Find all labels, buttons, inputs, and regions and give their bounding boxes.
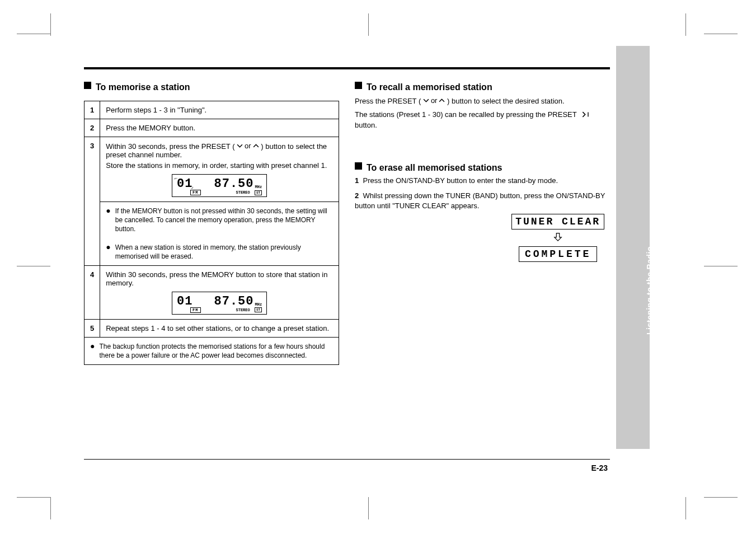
right-column: To recall a memorised station Press the … [355,82,610,365]
page-number: E-23 [591,463,608,472]
crop-mark [685,497,686,519]
lcd-display-small: COMPLETE [519,246,597,262]
preset-seek-icon [579,109,589,120]
section-heading-recall: To recall a memorised station [355,82,610,93]
lcd-sequence: TUNER CLEAR COMPLETE [511,214,604,262]
table-row: 1 Perform steps 1 - 3 in "Tuning". [84,101,339,119]
note-cell: ●The backup function protects the memori… [84,337,339,364]
table-row: ●When a new station is stored in memory,… [84,238,339,266]
chevron-up-icon [253,143,259,149]
lcd-unit: MHz [255,302,262,307]
step-number: 4 [84,265,100,319]
table-row: ●The backup function protects the memori… [84,337,339,364]
lcd-stereo-indicator: STEREO ST [236,190,262,195]
lcd-display: ⌐ 01 ⌏ 87.50MHz [172,174,267,197]
lcd-unit: MHz [255,185,262,189]
square-bullet-icon [84,82,91,89]
lcd-display-small: TUNER CLEAR [511,214,604,229]
text-fragment: Whilst pressing down the TUNER (BAND) bu… [355,191,605,210]
text-fragment: or [431,95,438,106]
crop-mark [17,497,50,498]
text-fragment: Within 30 seconds, press the PRESET ( [106,142,234,151]
bar-icon [587,111,589,118]
text-fragment: The stations (Preset 1 - 30) can be reca… [355,110,576,119]
table-row: ●If the MEMORY button is not pressed wit… [84,202,339,238]
step-number: 1 [84,101,100,119]
lcd-display: 01 87.50MHz FM STEREO ST [172,292,267,315]
table-row: 2 Press the MEMORY button. [84,119,339,137]
step-line: 1 Press the ON/STAND-BY button to enter … [355,176,610,186]
lcd-preset-number: ⌐ 01 ⌏ [177,177,192,191]
note-cell: ●When a new station is stored in memory,… [100,238,339,266]
steps-table: 1 Perform steps 1 - 3 in "Tuning". 2 Pre… [84,101,339,365]
step-text: Perform steps 1 - 3 in "Tuning". [100,101,339,119]
crop-mark [50,497,51,519]
page-content: To memorise a station 1 Perform steps 1 … [84,67,610,365]
bullet-dot-icon: ● [106,207,110,234]
crop-mark [704,34,738,34]
step-text: Within 30 seconds, press the MEMORY butt… [100,265,339,319]
arrow-down-icon [511,232,604,244]
lcd-preset-number: 01 [177,294,192,308]
crop-mark [17,266,50,266]
heading-text: To memorise a station [96,82,190,93]
text-fragment: Store the stations in memory, in order, … [106,161,333,170]
step-line: 2 Whilst pressing down the TUNER (BAND) … [355,191,610,210]
chevron-down-icon [423,97,429,104]
note-text: If the MEMORY button is not pressed with… [115,207,333,234]
step-number-inline: 1 [355,176,359,185]
preset-chevrons: or [423,95,445,106]
crop-mark [368,497,369,519]
section-heading-memorise: To memorise a station [84,82,339,93]
lcd-frequency: 87.50 [214,177,253,191]
crop-mark [368,13,369,36]
top-rule [84,67,610,69]
step-text: Within 30 seconds, press the PRESET ( or… [100,137,339,202]
paragraph: The stations (Preset 1 - 30) can be reca… [355,109,610,131]
lcd-band-badge: FM [190,307,200,313]
side-tab-background [616,46,650,449]
bottom-rule [84,459,610,460]
table-row: 5 Repeat steps 1 - 4 to set other statio… [84,319,339,337]
crop-mark [704,497,738,498]
paragraph: Press the PRESET ( or ) button to select… [355,95,610,107]
note-text: The backup function protects the memoris… [99,342,333,360]
section-heading-erase: To erase all memorised stations [355,162,610,174]
text-fragment: Press the PRESET ( [355,97,421,105]
crop-mark [685,13,686,36]
left-column: To memorise a station 1 Perform steps 1 … [84,82,339,365]
chevron-up-icon [439,97,445,104]
table-row: 3 Within 30 seconds, press the PRESET ( … [84,137,339,202]
crop-mark [50,13,51,36]
lcd-stereo-indicator: STEREO ST [236,307,262,312]
square-bullet-icon [355,162,362,170]
step-number: 5 [84,319,100,337]
chevron-down-icon [237,143,243,149]
step-text: Repeat steps 1 - 4 to set other stations… [100,319,339,337]
chevron-right-icon [581,111,587,118]
square-bullet-icon [355,82,362,89]
step-text: Press the MEMORY button. [100,119,339,137]
lcd-frequency: 87.50 [214,294,253,308]
heading-text: To erase all memorised stations [367,162,502,174]
bullet-dot-icon: ● [90,342,95,360]
text-fragment: Within 30 seconds, press the MEMORY butt… [106,270,327,287]
preset-chevrons: or [237,142,259,150]
step-number-inline: 2 [355,191,359,200]
bullet-dot-icon: ● [106,243,110,261]
step-number: 2 [84,119,100,137]
heading-text: To recall a memorised station [367,82,492,93]
note-text: When a new station is stored in memory, … [115,243,333,261]
table-row: 4 Within 30 seconds, press the MEMORY bu… [84,265,339,319]
note-cell: ●If the MEMORY button is not pressed wit… [100,202,339,238]
text-fragment: Press the ON/STAND-BY button to enter th… [363,176,558,185]
text-fragment: or [245,142,251,150]
text-fragment: button. [355,121,377,129]
side-tab-label: Listening to the Radio [645,246,654,335]
crop-mark [17,34,50,34]
text-fragment: ) button to select the desired station. [447,97,565,105]
crop-mark [704,266,738,266]
step-number: 3 [84,137,100,266]
